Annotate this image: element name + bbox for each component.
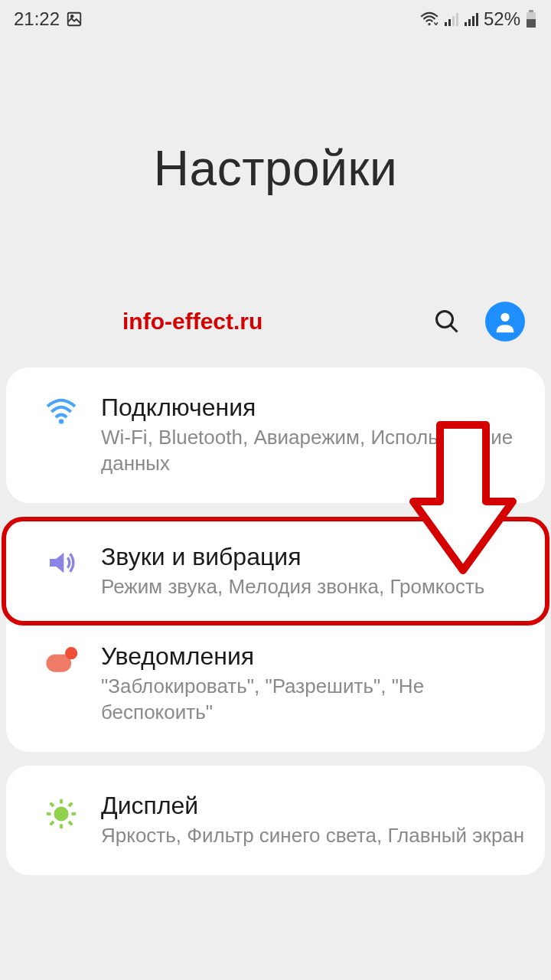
svg-line-25 bbox=[51, 803, 54, 806]
page-title: Настройки bbox=[154, 140, 397, 197]
svg-point-2 bbox=[428, 23, 430, 25]
svg-rect-4 bbox=[448, 19, 451, 26]
svg-point-20 bbox=[55, 808, 67, 819]
svg-line-28 bbox=[69, 803, 72, 806]
svg-rect-6 bbox=[456, 13, 458, 26]
svg-rect-8 bbox=[468, 19, 471, 26]
settings-item-notifications[interactable]: Уведомления "Заблокировать", "Разрешить"… bbox=[6, 621, 545, 747]
item-title: Звуки и вибрация bbox=[101, 543, 527, 571]
action-row: info-effect.ru bbox=[0, 299, 551, 368]
item-subtitle: "Заблокировать", "Разрешить", "Не беспок… bbox=[101, 674, 527, 726]
svg-line-15 bbox=[451, 325, 458, 332]
settings-card: Звуки и вибрация Режим звука, Мелодия зв… bbox=[6, 517, 545, 752]
settings-item-sounds[interactable]: Звуки и вибрация Режим звука, Мелодия зв… bbox=[2, 517, 549, 626]
svg-rect-10 bbox=[476, 13, 478, 26]
brightness-icon bbox=[24, 792, 98, 831]
svg-point-19 bbox=[65, 647, 77, 659]
svg-line-27 bbox=[51, 822, 54, 825]
settings-card: Подключения Wi-Fi, Bluetooth, Авиарежим,… bbox=[6, 368, 545, 503]
watermark-text: info-effect.ru bbox=[23, 309, 412, 335]
wifi-item-icon bbox=[24, 394, 98, 426]
svg-rect-13 bbox=[527, 19, 536, 28]
item-subtitle: Режим звука, Мелодия звонка, Громкость bbox=[101, 574, 527, 600]
search-button[interactable] bbox=[424, 299, 470, 345]
profile-button[interactable] bbox=[482, 299, 528, 345]
notification-icon bbox=[24, 642, 98, 675]
settings-list: Подключения Wi-Fi, Bluetooth, Авиарежим,… bbox=[0, 368, 551, 875]
settings-item-display[interactable]: Дисплей Яркость, Фильтр синего света, Гл… bbox=[6, 770, 545, 871]
svg-rect-3 bbox=[445, 22, 447, 26]
item-subtitle: Яркость, Фильтр синего света, Главный эк… bbox=[101, 823, 527, 849]
svg-point-1 bbox=[71, 15, 73, 18]
svg-rect-5 bbox=[452, 16, 455, 26]
item-subtitle: Wi-Fi, Bluetooth, Авиарежим, Использован… bbox=[101, 425, 527, 477]
svg-rect-7 bbox=[465, 22, 467, 26]
status-time: 21:22 bbox=[14, 8, 60, 30]
item-title: Дисплей bbox=[101, 792, 527, 820]
wifi-icon bbox=[419, 11, 439, 28]
battery-percent: 52% bbox=[484, 8, 520, 30]
picture-icon bbox=[66, 11, 83, 28]
svg-point-17 bbox=[59, 419, 64, 423]
signal-icon-1 bbox=[444, 11, 459, 27]
item-title: Подключения bbox=[101, 394, 527, 422]
sound-icon bbox=[24, 543, 98, 578]
search-icon bbox=[433, 308, 461, 335]
svg-rect-11 bbox=[529, 10, 533, 12]
svg-rect-9 bbox=[472, 16, 474, 26]
svg-point-16 bbox=[500, 313, 509, 322]
settings-item-connections[interactable]: Подключения Wi-Fi, Bluetooth, Авиарежим,… bbox=[6, 372, 545, 498]
avatar-icon bbox=[485, 302, 525, 341]
svg-line-26 bbox=[69, 822, 72, 825]
battery-icon bbox=[525, 10, 537, 28]
page-hero: Настройки bbox=[0, 38, 551, 299]
settings-card: Дисплей Яркость, Фильтр синего света, Гл… bbox=[6, 766, 545, 875]
item-title: Уведомления bbox=[101, 642, 527, 671]
svg-point-14 bbox=[437, 312, 453, 328]
status-bar: 21:22 bbox=[0, 0, 551, 38]
signal-icon-2 bbox=[464, 11, 479, 27]
